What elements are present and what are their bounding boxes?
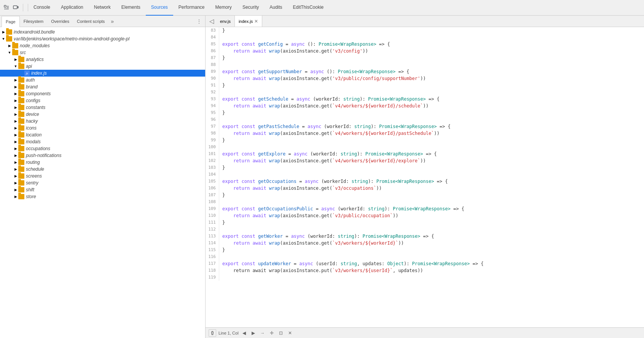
back-icon[interactable]: ◁: [207, 18, 216, 25]
list-item[interactable]: auth: [0, 77, 205, 83]
editor-tab-env[interactable]: env.js: [216, 16, 235, 27]
tab-network[interactable]: Network: [89, 0, 116, 16]
folder-icon: [18, 98, 24, 103]
nav-back-icon[interactable]: ◀: [241, 330, 248, 336]
list-item[interactable]: schedule: [0, 166, 205, 173]
list-item[interactable]: hacky: [0, 118, 205, 125]
tree-arrow-icon: [13, 125, 18, 131]
subtab-menu-icon[interactable]: ⋮: [194, 19, 204, 24]
tab-editthiscookie[interactable]: EditThisCookie: [288, 0, 329, 16]
tree-arrow-icon: [13, 112, 18, 117]
tab-console[interactable]: Console: [28, 0, 56, 16]
list-item[interactable]: api: [0, 63, 205, 70]
subtab-more[interactable]: »: [108, 18, 116, 24]
list-item[interactable]: icons: [0, 125, 205, 131]
folder-icon: [18, 173, 24, 179]
code-line: 108: [206, 199, 644, 205]
list-item[interactable]: location: [0, 131, 205, 138]
list-item[interactable]: analytics: [0, 56, 205, 63]
tree-label: schedule: [26, 167, 44, 172]
subtab-page[interactable]: Page: [2, 16, 20, 27]
svg-rect-0: [4, 5, 6, 7]
svg-rect-5: [18, 6, 18, 8]
code-line: 93 export const getSchedule = async (wor…: [206, 96, 644, 103]
list-item[interactable]: modals: [0, 138, 205, 145]
code-line: 118 return await wrap(axiosInstance.put(…: [206, 267, 644, 274]
folder-icon: [18, 132, 24, 138]
tab-elements[interactable]: Elements: [116, 0, 146, 16]
devtools-toolbar: Console Application Network Elements Sou…: [0, 0, 644, 16]
subtab-content-scripts[interactable]: Content scripts: [73, 16, 108, 27]
tree-label: shift: [26, 187, 34, 192]
code-line: 88: [206, 61, 644, 68]
tree-arrow-icon: [13, 77, 18, 83]
list-item[interactable]: var/lib/jenkins/workspace/metro-minion-a…: [0, 35, 205, 42]
editor-tab-indexjs[interactable]: index.js ✕: [235, 16, 262, 27]
list-item[interactable]: brand: [0, 83, 205, 90]
folder-icon: [12, 43, 18, 48]
tree-label: device: [26, 112, 39, 117]
editor-tab-label: env.js: [220, 19, 231, 24]
list-item[interactable]: store: [0, 193, 205, 200]
tree-label: analytics: [26, 57, 44, 62]
tree-arrow-icon: [13, 105, 18, 110]
nav-frame-icon[interactable]: ⊡: [277, 330, 284, 336]
list-item[interactable]: occupations: [0, 145, 205, 152]
tree-arrow-icon: [13, 153, 18, 158]
device-icon[interactable]: [12, 4, 19, 11]
tab-audits[interactable]: Audits: [264, 0, 287, 16]
tab-performance[interactable]: Performance: [173, 0, 210, 16]
code-line: 96: [206, 116, 644, 123]
tab-security[interactable]: Security: [237, 0, 264, 16]
code-line: 89 export const getSupportNumber = async…: [206, 68, 644, 75]
list-item[interactable]: configs: [0, 97, 205, 104]
list-item[interactable]: components: [0, 90, 205, 97]
code-editor[interactable]: 83 } 84 85 export const getConfig = asyn…: [206, 27, 644, 327]
format-button[interactable]: {}: [209, 329, 216, 337]
nav-arrow-icon[interactable]: →: [259, 330, 266, 336]
subtab-overrides[interactable]: Overrides: [47, 16, 73, 27]
tree-arrow-icon: [13, 139, 18, 144]
code-line: 113 export const getWorker = async (work…: [206, 233, 644, 240]
list-item[interactable]: constants: [0, 104, 205, 111]
nav-close-icon[interactable]: ✕: [287, 330, 293, 336]
list-item[interactable]: routing: [0, 159, 205, 166]
nav-forward-icon[interactable]: ▶: [250, 330, 257, 336]
code-line: 106 return await wrap(axiosInstance.get(…: [206, 185, 644, 192]
tree-label: src: [20, 50, 26, 55]
tree-arrow-icon: [13, 119, 18, 124]
close-icon[interactable]: ✕: [254, 19, 258, 24]
code-line: 99 }: [206, 137, 644, 144]
list-item[interactable]: src: [0, 49, 205, 56]
subtab-filesystem[interactable]: Filesystem: [20, 16, 48, 27]
inspect-icon[interactable]: [3, 4, 10, 11]
tree-label: brand: [26, 84, 38, 90]
code-line: 103 }: [206, 164, 644, 171]
cursor-position: Line 1, Col: [218, 331, 239, 335]
tree-arrow-icon: [13, 160, 18, 165]
list-item[interactable]: device: [0, 111, 205, 118]
tab-application[interactable]: Application: [56, 0, 89, 16]
list-item[interactable]: sentry: [0, 179, 205, 186]
folder-icon: [18, 119, 24, 124]
tab-memory[interactable]: Memory: [210, 0, 237, 16]
folder-icon: [18, 153, 24, 158]
code-line: 117 export const updateWorker = async (u…: [206, 260, 644, 267]
folder-icon: [18, 84, 24, 90]
tree-arrow-icon: [1, 36, 6, 42]
editor-tabs: ◁ env.js index.js ✕: [206, 16, 644, 27]
list-item[interactable]: node_modules: [0, 42, 205, 49]
tab-sources[interactable]: Sources: [146, 0, 173, 16]
code-line: 84: [206, 34, 644, 41]
code-line: 87 }: [206, 54, 644, 61]
list-item[interactable]: shift: [0, 186, 205, 193]
list-item[interactable]: push-notifications: [0, 152, 205, 159]
list-item[interactable]: js index.js: [0, 70, 205, 77]
code-line: 94 return await wrap(axiosInstance.get(`…: [206, 103, 644, 109]
list-item[interactable]: indexandroid.bundle: [0, 29, 205, 35]
nav-plus-icon[interactable]: ✛: [268, 330, 275, 336]
toolbar-icons: [0, 4, 28, 11]
folder-icon: [18, 187, 24, 192]
list-item[interactable]: screens: [0, 173, 205, 179]
folder-icon: [6, 36, 12, 42]
